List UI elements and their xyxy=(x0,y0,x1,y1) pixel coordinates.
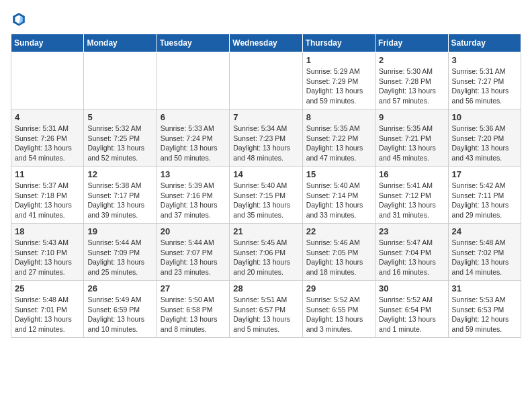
day-number: 9 xyxy=(379,112,444,122)
day-detail: Sunrise: 5:34 AM Sunset: 7:23 PM Dayligh… xyxy=(233,124,298,163)
day-number: 27 xyxy=(161,283,226,293)
day-number: 25 xyxy=(15,283,80,293)
calendar-cell xyxy=(230,52,302,109)
day-detail: Sunrise: 5:41 AM Sunset: 7:12 PM Dayligh… xyxy=(379,181,444,220)
calendar-cell: 24Sunrise: 5:48 AM Sunset: 7:02 PM Dayli… xyxy=(448,224,521,281)
calendar-cell: 12Sunrise: 5:38 AM Sunset: 7:17 PM Dayli… xyxy=(84,167,157,224)
calendar-cell: 22Sunrise: 5:46 AM Sunset: 7:05 PM Dayli… xyxy=(302,224,375,281)
day-number: 3 xyxy=(452,55,517,65)
weekday-header-row: SundayMondayTuesdayWednesdayThursdayFrid… xyxy=(11,34,521,52)
weekday-header-friday: Friday xyxy=(375,34,448,52)
page-header xyxy=(11,11,521,27)
weekday-header-sunday: Sunday xyxy=(11,34,84,52)
calendar-week-row: 11Sunrise: 5:37 AM Sunset: 7:18 PM Dayli… xyxy=(11,167,521,224)
day-detail: Sunrise: 5:38 AM Sunset: 7:17 PM Dayligh… xyxy=(87,181,152,220)
day-detail: Sunrise: 5:48 AM Sunset: 7:01 PM Dayligh… xyxy=(15,295,80,334)
day-detail: Sunrise: 5:44 AM Sunset: 7:09 PM Dayligh… xyxy=(87,238,152,277)
day-number: 14 xyxy=(233,169,298,179)
day-detail: Sunrise: 5:39 AM Sunset: 7:16 PM Dayligh… xyxy=(161,181,226,220)
calendar-cell: 25Sunrise: 5:48 AM Sunset: 7:01 PM Dayli… xyxy=(11,281,84,338)
day-number: 31 xyxy=(452,283,517,293)
calendar-cell: 6Sunrise: 5:33 AM Sunset: 7:24 PM Daylig… xyxy=(157,109,229,167)
calendar-cell: 19Sunrise: 5:44 AM Sunset: 7:09 PM Dayli… xyxy=(84,224,157,281)
day-number: 5 xyxy=(87,112,152,122)
calendar-cell xyxy=(157,52,229,109)
day-number: 28 xyxy=(233,283,298,293)
calendar-cell: 21Sunrise: 5:45 AM Sunset: 7:06 PM Dayli… xyxy=(230,224,302,281)
day-number: 21 xyxy=(233,226,298,236)
calendar-cell: 13Sunrise: 5:39 AM Sunset: 7:16 PM Dayli… xyxy=(157,167,229,224)
day-detail: Sunrise: 5:52 AM Sunset: 6:54 PM Dayligh… xyxy=(379,295,444,334)
logo xyxy=(11,11,30,27)
day-detail: Sunrise: 5:29 AM Sunset: 7:29 PM Dayligh… xyxy=(306,66,371,106)
day-number: 6 xyxy=(161,112,226,122)
day-detail: Sunrise: 5:32 AM Sunset: 7:25 PM Dayligh… xyxy=(87,124,152,163)
day-number: 12 xyxy=(87,169,152,179)
day-detail: Sunrise: 5:35 AM Sunset: 7:22 PM Dayligh… xyxy=(306,124,371,163)
day-number: 17 xyxy=(452,169,517,179)
day-detail: Sunrise: 5:45 AM Sunset: 7:06 PM Dayligh… xyxy=(233,238,298,277)
calendar-cell: 29Sunrise: 5:52 AM Sunset: 6:55 PM Dayli… xyxy=(302,281,375,338)
day-number: 15 xyxy=(306,169,371,179)
day-number: 29 xyxy=(306,283,371,293)
calendar-cell: 31Sunrise: 5:53 AM Sunset: 6:53 PM Dayli… xyxy=(448,281,521,338)
day-number: 16 xyxy=(379,169,444,179)
day-number: 11 xyxy=(15,169,80,179)
weekday-header-thursday: Thursday xyxy=(302,34,375,52)
day-number: 7 xyxy=(233,112,298,122)
calendar-week-row: 4Sunrise: 5:31 AM Sunset: 7:26 PM Daylig… xyxy=(11,109,521,167)
day-detail: Sunrise: 5:53 AM Sunset: 6:53 PM Dayligh… xyxy=(452,295,517,334)
calendar-cell xyxy=(84,52,157,109)
calendar-cell: 7Sunrise: 5:34 AM Sunset: 7:23 PM Daylig… xyxy=(230,109,302,167)
day-number: 13 xyxy=(161,169,226,179)
weekday-header-wednesday: Wednesday xyxy=(230,34,302,52)
day-number: 10 xyxy=(452,112,517,122)
calendar-cell: 20Sunrise: 5:44 AM Sunset: 7:07 PM Dayli… xyxy=(157,224,229,281)
day-detail: Sunrise: 5:48 AM Sunset: 7:02 PM Dayligh… xyxy=(452,238,517,277)
calendar-cell: 17Sunrise: 5:42 AM Sunset: 7:11 PM Dayli… xyxy=(448,167,521,224)
day-number: 20 xyxy=(161,226,226,236)
day-number: 2 xyxy=(379,55,444,65)
day-detail: Sunrise: 5:35 AM Sunset: 7:21 PM Dayligh… xyxy=(379,124,444,163)
calendar-cell: 27Sunrise: 5:50 AM Sunset: 6:58 PM Dayli… xyxy=(157,281,229,338)
day-number: 1 xyxy=(306,55,371,65)
day-detail: Sunrise: 5:31 AM Sunset: 7:27 PM Dayligh… xyxy=(452,66,517,106)
day-detail: Sunrise: 5:33 AM Sunset: 7:24 PM Dayligh… xyxy=(161,124,226,163)
day-number: 23 xyxy=(379,226,444,236)
calendar-cell xyxy=(11,52,84,109)
calendar-cell: 23Sunrise: 5:47 AM Sunset: 7:04 PM Dayli… xyxy=(375,224,448,281)
calendar-cell: 10Sunrise: 5:36 AM Sunset: 7:20 PM Dayli… xyxy=(448,109,521,167)
calendar-cell: 14Sunrise: 5:40 AM Sunset: 7:15 PM Dayli… xyxy=(230,167,302,224)
day-number: 30 xyxy=(379,283,444,293)
day-detail: Sunrise: 5:30 AM Sunset: 7:28 PM Dayligh… xyxy=(379,66,444,106)
day-detail: Sunrise: 5:42 AM Sunset: 7:11 PM Dayligh… xyxy=(452,181,517,220)
calendar-cell: 8Sunrise: 5:35 AM Sunset: 7:22 PM Daylig… xyxy=(302,109,375,167)
day-number: 4 xyxy=(15,112,80,122)
calendar-cell: 18Sunrise: 5:43 AM Sunset: 7:10 PM Dayli… xyxy=(11,224,84,281)
calendar-cell: 16Sunrise: 5:41 AM Sunset: 7:12 PM Dayli… xyxy=(375,167,448,224)
calendar-cell: 5Sunrise: 5:32 AM Sunset: 7:25 PM Daylig… xyxy=(84,109,157,167)
weekday-header-tuesday: Tuesday xyxy=(157,34,229,52)
day-number: 22 xyxy=(306,226,371,236)
calendar-cell: 1Sunrise: 5:29 AM Sunset: 7:29 PM Daylig… xyxy=(302,52,375,109)
logo-icon xyxy=(11,11,27,27)
day-detail: Sunrise: 5:37 AM Sunset: 7:18 PM Dayligh… xyxy=(15,181,80,220)
day-number: 24 xyxy=(452,226,517,236)
calendar-cell: 30Sunrise: 5:52 AM Sunset: 6:54 PM Dayli… xyxy=(375,281,448,338)
day-detail: Sunrise: 5:31 AM Sunset: 7:26 PM Dayligh… xyxy=(15,124,80,163)
day-detail: Sunrise: 5:49 AM Sunset: 6:59 PM Dayligh… xyxy=(87,295,152,334)
calendar-week-row: 25Sunrise: 5:48 AM Sunset: 7:01 PM Dayli… xyxy=(11,281,521,338)
day-detail: Sunrise: 5:43 AM Sunset: 7:10 PM Dayligh… xyxy=(15,238,80,277)
day-detail: Sunrise: 5:40 AM Sunset: 7:14 PM Dayligh… xyxy=(306,181,371,220)
calendar-cell: 11Sunrise: 5:37 AM Sunset: 7:18 PM Dayli… xyxy=(11,167,84,224)
day-detail: Sunrise: 5:36 AM Sunset: 7:20 PM Dayligh… xyxy=(452,124,517,163)
calendar-cell: 15Sunrise: 5:40 AM Sunset: 7:14 PM Dayli… xyxy=(302,167,375,224)
day-number: 19 xyxy=(87,226,152,236)
day-detail: Sunrise: 5:52 AM Sunset: 6:55 PM Dayligh… xyxy=(306,295,371,334)
weekday-header-monday: Monday xyxy=(84,34,157,52)
calendar-cell: 28Sunrise: 5:51 AM Sunset: 6:57 PM Dayli… xyxy=(230,281,302,338)
day-number: 18 xyxy=(15,226,80,236)
calendar-week-row: 1Sunrise: 5:29 AM Sunset: 7:29 PM Daylig… xyxy=(11,52,521,109)
day-detail: Sunrise: 5:46 AM Sunset: 7:05 PM Dayligh… xyxy=(306,238,371,277)
calendar-cell: 9Sunrise: 5:35 AM Sunset: 7:21 PM Daylig… xyxy=(375,109,448,167)
